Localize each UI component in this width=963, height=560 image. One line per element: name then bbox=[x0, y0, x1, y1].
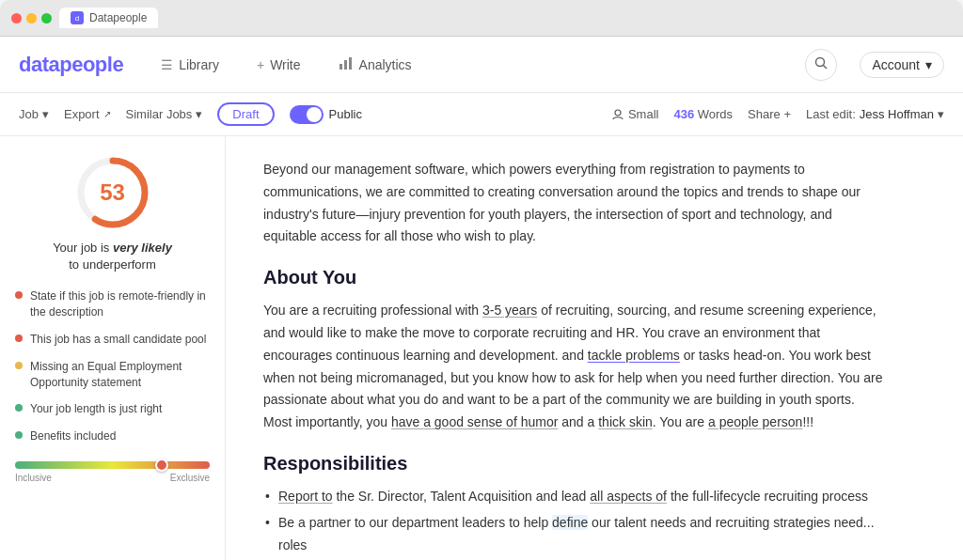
checklist-item-eeo: Missing an Equal Employment Opportunity … bbox=[15, 359, 210, 391]
svg-line-4 bbox=[824, 65, 828, 69]
gradient-bar bbox=[15, 461, 210, 469]
share-button[interactable]: Share + bbox=[748, 107, 791, 121]
exclusive-label: Exclusive bbox=[170, 473, 210, 483]
word-count: 436 Words bbox=[673, 107, 733, 121]
sidebar: 53 Your job is very likelyto underperfor… bbox=[0, 136, 226, 560]
small-badge: Small bbox=[611, 107, 659, 121]
yellow-bullet-icon bbox=[15, 362, 23, 369]
red-bullet-icon bbox=[15, 291, 23, 299]
define-highlight: define bbox=[552, 515, 588, 530]
draft-label: Draft bbox=[232, 107, 259, 121]
checklist-candidate-text: This job has a small candidate pool bbox=[30, 332, 206, 348]
account-label: Account bbox=[872, 57, 920, 72]
editor-area[interactable]: Beyond our management software, which po… bbox=[226, 136, 963, 560]
nav-analytics[interactable]: Analytics bbox=[331, 52, 419, 77]
editor-name: Jess Hoffman bbox=[860, 107, 934, 121]
nav-write-label: Write bbox=[270, 57, 300, 72]
editor-chevron-icon: ▾ bbox=[938, 107, 944, 121]
search-button[interactable] bbox=[805, 49, 837, 81]
browser-tab[interactable]: d Datapeople bbox=[59, 8, 158, 28]
svg-point-5 bbox=[615, 110, 621, 116]
all-aspects-link: all aspects of bbox=[590, 489, 667, 504]
top-nav: datapeople ☰ Library + Write Analytics bbox=[0, 37, 963, 93]
nav-library[interactable]: ☰ Library bbox=[153, 54, 227, 76]
similar-jobs-menu[interactable]: Similar Jobs ▾ bbox=[126, 107, 203, 121]
checklist-eeo-text: Missing an Equal Employment Opportunity … bbox=[30, 359, 210, 391]
green-bullet-icon bbox=[15, 404, 23, 412]
nav-library-label: Library bbox=[179, 57, 219, 72]
checklist-item-benefits: Benefits included bbox=[15, 428, 210, 444]
tackle-link: tackle problems bbox=[588, 348, 680, 363]
svg-point-3 bbox=[816, 57, 825, 66]
logo[interactable]: datapeople bbox=[19, 53, 123, 77]
public-toggle-container[interactable]: Public bbox=[290, 105, 362, 124]
plus-icon: + bbox=[257, 57, 264, 72]
minimize-dot[interactable] bbox=[26, 13, 37, 23]
gradient-thumb bbox=[155, 459, 168, 472]
export-label: Export bbox=[64, 107, 100, 121]
chart-icon bbox=[339, 55, 354, 73]
years-link: 3-5 years bbox=[482, 303, 537, 318]
checklist: State if this job is remote-friendly in … bbox=[15, 288, 210, 444]
responsibility-item-2: Be a partner to our department leaders t… bbox=[263, 512, 884, 557]
public-label: Public bbox=[329, 107, 362, 121]
similar-jobs-chevron-icon: ▾ bbox=[196, 107, 202, 121]
report-to-link: Report to bbox=[278, 489, 333, 504]
similar-jobs-label: Similar Jobs bbox=[126, 107, 193, 121]
tab-favicon: d bbox=[71, 11, 84, 24]
app-container: datapeople ☰ Library + Write Analytics bbox=[0, 37, 963, 560]
chevron-down-icon: ▾ bbox=[925, 57, 932, 72]
about-heading: About You bbox=[263, 267, 884, 288]
score-container: 53 Your job is very likelyto underperfor… bbox=[15, 155, 210, 273]
people-person-link: a people person bbox=[708, 414, 802, 429]
score-number: 53 bbox=[100, 179, 125, 206]
about-paragraph: You are a recruiting professional with 3… bbox=[263, 300, 884, 434]
svg-rect-1 bbox=[344, 60, 347, 70]
svg-rect-2 bbox=[349, 57, 352, 70]
job-label: Job bbox=[19, 107, 39, 121]
nav-analytics-label: Analytics bbox=[359, 57, 412, 72]
responsibility-item-1: Report to the Sr. Director, Talent Acqui… bbox=[263, 486, 884, 508]
draft-button[interactable]: Draft bbox=[217, 102, 274, 126]
job-menu[interactable]: Job ▾ bbox=[19, 107, 49, 121]
checklist-benefits-text: Benefits included bbox=[30, 428, 116, 444]
sub-nav-right: Small 436 Words Share + Last edit: Jess … bbox=[611, 107, 944, 121]
search-icon bbox=[813, 55, 829, 74]
green-bullet-icon bbox=[15, 431, 23, 439]
close-dot[interactable] bbox=[11, 13, 22, 23]
red-bullet-icon bbox=[15, 334, 23, 342]
sub-nav: Job ▾ Export ↗ Similar Jobs ▾ Draft Publ… bbox=[0, 93, 963, 136]
inclusive-label: Inclusive bbox=[15, 473, 52, 483]
responsibilities-heading: Responsibilities bbox=[263, 453, 884, 474]
account-button[interactable]: Account ▾ bbox=[860, 52, 944, 78]
share-label: Share + bbox=[748, 107, 791, 121]
menu-icon: ☰ bbox=[161, 57, 173, 72]
checklist-item-remote: State if this job is remote-friendly in … bbox=[15, 288, 210, 320]
job-chevron-icon: ▾ bbox=[42, 107, 49, 121]
checklist-remote-text: State if this job is remote-friendly in … bbox=[30, 288, 210, 320]
checklist-length-text: Your job length is just right bbox=[30, 401, 162, 417]
score-circle: 53 bbox=[75, 155, 150, 230]
gradient-labels: Inclusive Exclusive bbox=[15, 473, 210, 483]
gradient-bar-container: Inclusive Exclusive bbox=[15, 461, 210, 483]
score-label: Your job is very likelyto underperform bbox=[53, 240, 172, 273]
svg-rect-0 bbox=[339, 64, 342, 70]
small-label: Small bbox=[628, 107, 659, 121]
tab-label: Datapeople bbox=[89, 11, 147, 24]
public-toggle[interactable] bbox=[290, 105, 324, 124]
checklist-item-length: Your job length is just right bbox=[15, 401, 210, 417]
editor-content: Beyond our management software, which po… bbox=[263, 159, 884, 560]
browser-chrome: d Datapeople bbox=[0, 0, 963, 37]
words-number: 436 bbox=[673, 107, 694, 121]
humor-link: have a good sense of humor bbox=[391, 414, 558, 429]
words-label: Words bbox=[698, 107, 733, 121]
external-link-icon: ↗ bbox=[103, 109, 111, 119]
maximize-dot[interactable] bbox=[41, 13, 52, 23]
last-edit: Last edit: Jess Hoffman ▾ bbox=[806, 107, 944, 121]
thick-skin-link: thick skin bbox=[598, 414, 653, 429]
browser-traffic-lights bbox=[11, 13, 52, 23]
intro-paragraph: Beyond our management software, which po… bbox=[263, 159, 884, 248]
nav-write[interactable]: + Write bbox=[249, 54, 308, 76]
checklist-item-candidate-pool: This job has a small candidate pool bbox=[15, 332, 210, 348]
export-button[interactable]: Export ↗ bbox=[64, 107, 111, 121]
